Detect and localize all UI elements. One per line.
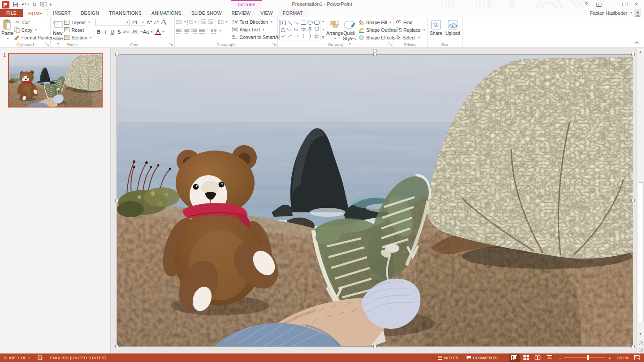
vertical-scrollbar[interactable]: ▲ ▼ xyxy=(636,48,644,353)
zoom-level[interactable]: 120 % xyxy=(615,356,631,360)
shape-triangle[interactable] xyxy=(280,26,286,33)
tab-view[interactable]: VIEW xyxy=(255,9,278,17)
align-center-button[interactable] xyxy=(184,29,190,34)
fit-slide-button[interactable] xyxy=(631,353,644,362)
tab-file[interactable]: FILE xyxy=(0,9,23,17)
layout-button[interactable]: Layout▾ xyxy=(63,18,92,26)
shape-down-arrow[interactable] xyxy=(307,26,313,33)
shape-right-brace[interactable] xyxy=(307,33,313,39)
scroll-down-icon[interactable]: ▼ xyxy=(637,330,644,337)
justify-button[interactable] xyxy=(199,29,205,34)
resize-handle-nw[interactable] xyxy=(115,53,118,56)
slide-photo[interactable] xyxy=(117,55,633,346)
zoom-in-button[interactable]: + xyxy=(608,355,611,361)
shape-elbow-connector[interactable] xyxy=(286,26,293,33)
font-color-button[interactable]: A xyxy=(155,28,161,35)
drawing-dialog-launcher[interactable] xyxy=(388,43,392,47)
resize-handle-n[interactable] xyxy=(373,53,376,56)
slide-thumbnail[interactable] xyxy=(8,53,103,108)
shrink-font-button[interactable]: A▼ xyxy=(154,20,159,25)
reset-button[interactable]: Reset xyxy=(63,26,92,34)
shape-elbow-arrow-connector[interactable] xyxy=(293,26,300,33)
decrease-indent-button[interactable] xyxy=(200,19,207,25)
comments-button[interactable]: COMMENTS xyxy=(462,353,501,362)
shape-scribble[interactable] xyxy=(280,33,286,39)
shape-rounded-rectangle[interactable] xyxy=(313,19,320,26)
notes-button[interactable]: NOTES xyxy=(434,353,462,362)
replace-button[interactable]: Replace▾ xyxy=(395,26,426,34)
clipboard-dialog-launcher[interactable] xyxy=(45,43,49,47)
increase-indent-button[interactable] xyxy=(207,19,214,25)
tab-transitions[interactable]: TRANSITIONS xyxy=(104,9,147,17)
shapes-scroll-down-icon[interactable]: ▼ xyxy=(322,28,324,31)
format-painter-button[interactable]: Format Painter xyxy=(13,34,53,41)
find-button[interactable]: Find xyxy=(395,18,426,26)
tab-design[interactable]: DESIGN xyxy=(76,9,104,17)
align-left-button[interactable] xyxy=(176,29,182,34)
text-shadow-button[interactable]: S xyxy=(116,29,122,34)
resize-handle-ne[interactable] xyxy=(631,53,635,56)
font-name-combobox[interactable]: ▾ xyxy=(95,19,130,26)
view-reading-button[interactable] xyxy=(532,353,544,362)
help-button[interactable]: ? xyxy=(580,0,592,9)
zoom-out-button[interactable]: − xyxy=(559,355,562,361)
select-button[interactable]: Select▾ xyxy=(395,34,426,41)
shapes-gallery[interactable]: ▲ ▼ ▼ xyxy=(279,19,326,40)
previous-slide-button[interactable] xyxy=(638,340,643,346)
slide-canvas[interactable] xyxy=(117,55,633,346)
view-slide-sorter-button[interactable] xyxy=(520,353,532,362)
tab-animations[interactable]: ANIMATIONS xyxy=(147,9,186,17)
upload-button[interactable]: Upload xyxy=(445,18,461,36)
shape-arc[interactable] xyxy=(286,33,293,39)
font-size-combobox[interactable]: 24▾ xyxy=(131,19,145,26)
scroll-up-icon[interactable]: ▲ xyxy=(637,48,644,55)
view-normal-button[interactable] xyxy=(509,353,520,362)
paste-button[interactable]: Paste▾ xyxy=(1,18,13,41)
shape-arrow[interactable] xyxy=(293,19,300,26)
collapse-ribbon-button[interactable] xyxy=(633,39,640,46)
shape-right-arrow[interactable] xyxy=(300,26,307,33)
avatar[interactable] xyxy=(634,9,641,17)
cut-button[interactable]: ✂ Cut xyxy=(13,18,53,26)
clear-formatting-button[interactable] xyxy=(160,20,167,25)
shapes-scroll-up-icon[interactable]: ▲ xyxy=(322,20,324,22)
italic-button[interactable]: I xyxy=(102,29,109,34)
share-button[interactable]: Share xyxy=(429,18,443,36)
zoom-slider-thumb[interactable] xyxy=(587,355,589,360)
shape-line[interactable] xyxy=(286,19,293,26)
language-indicator[interactable]: ENGLISH (UNITED STATES) xyxy=(47,353,110,362)
resize-handle-s[interactable] xyxy=(373,345,376,348)
character-spacing-button[interactable]: AV xyxy=(130,29,139,34)
bullets-button[interactable] xyxy=(176,19,182,25)
paragraph-dialog-launcher[interactable] xyxy=(272,43,277,47)
underline-button[interactable]: U xyxy=(109,29,116,34)
shape-text-box[interactable] xyxy=(280,19,286,26)
line-spacing-button[interactable] xyxy=(218,19,224,25)
slide-indicator[interactable]: SLIDE 1 OF 1 xyxy=(0,353,34,362)
tab-review[interactable]: REVIEW xyxy=(227,9,256,17)
shapes-gallery-scroll[interactable]: ▲ ▼ ▼ xyxy=(320,19,326,40)
strikethrough-button[interactable]: abc xyxy=(122,30,130,34)
scrollbar-thumb[interactable] xyxy=(638,182,644,322)
zoom-slider[interactable] xyxy=(564,358,605,358)
shape-left-brace[interactable] xyxy=(300,33,307,39)
tab-home[interactable]: HOME xyxy=(23,9,48,17)
resize-handle-w[interactable] xyxy=(115,199,118,202)
spell-check-button[interactable] xyxy=(34,353,47,362)
columns-button[interactable] xyxy=(211,29,216,34)
view-slideshow-button[interactable] xyxy=(544,353,555,362)
next-slide-button[interactable] xyxy=(638,347,643,353)
font-dialog-launcher[interactable] xyxy=(169,43,173,47)
restore-button[interactable] xyxy=(618,0,630,9)
bold-button[interactable]: B xyxy=(95,29,102,34)
shape-teardrop[interactable] xyxy=(313,26,320,33)
section-button[interactable]: Section▾ xyxy=(63,34,92,41)
resize-handle-se[interactable] xyxy=(631,345,635,348)
minimize-button[interactable] xyxy=(605,0,617,9)
copy-button[interactable]: Copy▾ xyxy=(13,26,53,34)
shape-oval[interactable] xyxy=(307,19,313,26)
numbering-button[interactable] xyxy=(187,19,193,25)
change-case-button[interactable]: Aa xyxy=(142,29,150,34)
rotation-handle[interactable] xyxy=(373,49,377,53)
resize-handle-e[interactable] xyxy=(631,199,635,202)
